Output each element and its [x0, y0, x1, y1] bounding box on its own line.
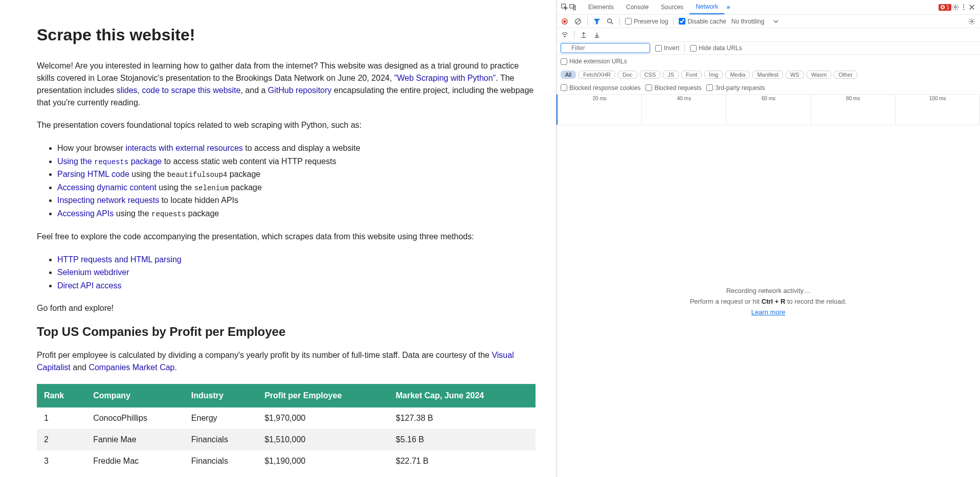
link-http[interactable]: HTTP requests and HTML parsing: [57, 255, 182, 264]
filter-input[interactable]: [561, 43, 650, 53]
th-company: Company: [86, 384, 184, 407]
list-item: HTTP requests and HTML parsing: [57, 253, 536, 266]
profit-intro: Profit per employee is calculated by div…: [37, 349, 536, 374]
webpage-content: Scrape this website! Welcome! Are you in…: [0, 0, 556, 477]
devtools-panel: Elements Console Sources Network » 1 Pre…: [556, 0, 980, 477]
table-cell: Financials: [184, 429, 257, 450]
tab-console[interactable]: Console: [620, 1, 655, 14]
tab-elements[interactable]: Elements: [582, 1, 620, 14]
timeline-tick: 20 ms: [556, 95, 642, 125]
network-toolbar-2: [556, 28, 980, 41]
type-filter-font[interactable]: Font: [681, 71, 702, 79]
timeline-tick: 80 ms: [811, 95, 896, 125]
list-item: Accessing APIs using the requests packag…: [57, 207, 536, 220]
link-apis[interactable]: Accessing APIs: [57, 209, 114, 218]
network-settings-icon[interactable]: [968, 17, 976, 26]
filter-input-wrap: [561, 43, 650, 53]
invert-checkbox[interactable]: Invert: [655, 44, 679, 52]
table-cell: $1,510,000: [257, 429, 389, 450]
devtools-tabs: Elements Console Sources Network » 1: [556, 0, 980, 15]
type-filter-other[interactable]: Other: [834, 71, 857, 79]
learn-more-link[interactable]: Learn more: [751, 308, 785, 316]
link-requests[interactable]: Using the requests package: [57, 157, 162, 166]
go-forth: Go forth and explore!: [37, 302, 536, 314]
hide-data-urls-checkbox[interactable]: Hide data URLs: [690, 44, 742, 52]
type-filter-wasm[interactable]: Wasm: [807, 71, 832, 79]
record-icon[interactable]: [561, 17, 569, 26]
link-slides[interactable]: slides: [117, 86, 138, 95]
intro-paragraph: Welcome! Are you interested in learning …: [37, 60, 536, 109]
type-filter-js[interactable]: JS: [663, 71, 679, 79]
table-cell: ConocoPhillips: [86, 407, 184, 429]
th-marketcap: Market Cap, June 2024: [389, 384, 536, 407]
svg-point-5: [963, 4, 964, 5]
type-filter-css[interactable]: CSS: [640, 71, 661, 79]
table-cell: $5.16 B: [389, 429, 536, 450]
th-rank: Rank: [37, 384, 86, 407]
disable-cache-checkbox[interactable]: Disable cache: [679, 18, 726, 25]
type-filter-manifest[interactable]: Manifest: [752, 71, 783, 79]
table-row: 1ConocoPhillipsEnergy$1,970,000$127.38 B: [37, 407, 536, 429]
table-cell: 1: [37, 407, 86, 429]
type-filter-img[interactable]: Img: [704, 71, 723, 79]
blocked-row: Blocked response cookies Blocked request…: [556, 81, 980, 95]
clear-icon[interactable]: [574, 17, 582, 26]
inspect-icon[interactable]: [561, 3, 569, 11]
link-cmc[interactable]: Companies Market Cap: [88, 363, 174, 372]
download-icon[interactable]: [593, 31, 601, 39]
link-parsing[interactable]: Parsing HTML code: [57, 170, 129, 178]
filter-toggle-icon[interactable]: [593, 17, 601, 26]
link-webscraping[interactable]: "Web Scraping with Python": [394, 74, 496, 82]
table-cell: $1,970,000: [257, 407, 389, 429]
type-filter-media[interactable]: Media: [725, 71, 750, 79]
list-item: Accessing dynamic content using the sele…: [57, 181, 536, 194]
section-title: Top US Companies by Profit per Employee: [37, 325, 536, 339]
more-tabs-icon[interactable]: »: [724, 3, 732, 11]
table-row: 3Freddie MacFinancials$1,190,000$22.71 B: [37, 450, 536, 472]
link-api[interactable]: Direct API access: [57, 281, 121, 290]
link-inspecting[interactable]: Inspecting network requests: [57, 196, 159, 205]
blocked-cookies-checkbox[interactable]: Blocked response cookies: [561, 84, 640, 92]
th-industry: Industry: [184, 384, 257, 407]
timeline-tick: 40 ms: [642, 95, 726, 125]
link-github[interactable]: GitHub repository: [268, 86, 332, 95]
blocked-requests-checkbox[interactable]: Blocked requests: [645, 84, 701, 92]
third-party-checkbox[interactable]: 3rd-party requests: [706, 84, 765, 92]
wifi-icon[interactable]: [561, 31, 569, 39]
hint-text: Perform a request or hit Ctrl + R to rec…: [690, 298, 847, 305]
preserve-log-checkbox[interactable]: Preserve log: [625, 18, 668, 25]
hide-ext-checkbox[interactable]: Hide extension URLs: [561, 58, 627, 65]
topics-intro: The presentation covers foundational top…: [37, 119, 536, 131]
svg-point-12: [971, 20, 973, 22]
link-dynamic[interactable]: Accessing dynamic content: [57, 183, 157, 192]
kebab-icon[interactable]: [960, 3, 968, 11]
table-cell: Energy: [184, 407, 257, 429]
methods-intro: Feel free to explore the code accompanyi…: [37, 231, 536, 243]
recording-text: Recording network activity…: [726, 287, 811, 294]
error-badge[interactable]: 1: [939, 4, 951, 11]
timeline[interactable]: 20 ms40 ms60 ms80 ms100 ms: [556, 95, 980, 125]
throttling-dropdown[interactable]: No throttling: [731, 18, 779, 25]
close-icon[interactable]: [968, 3, 976, 11]
link-interacts[interactable]: interacts with external resources: [125, 144, 242, 152]
svg-point-13: [564, 36, 565, 37]
upload-icon[interactable]: [580, 31, 588, 39]
type-filter-all[interactable]: All: [561, 71, 576, 79]
tab-network[interactable]: Network: [689, 0, 724, 14]
table-cell: $127.38 B: [389, 407, 536, 429]
type-filter-ws[interactable]: WS: [786, 71, 804, 79]
th-profit: Profit per Employee: [257, 384, 389, 407]
type-filter-doc[interactable]: Doc: [618, 71, 637, 79]
table-cell: 2: [37, 429, 86, 450]
link-code[interactable]: code to scrape this website: [142, 86, 240, 95]
gear-icon[interactable]: [951, 3, 960, 11]
table-cell: Financials: [184, 450, 257, 472]
tab-sources[interactable]: Sources: [655, 1, 689, 14]
list-item: Direct API access: [57, 279, 536, 292]
search-icon[interactable]: [606, 17, 614, 26]
link-selenium[interactable]: Selenium webdriver: [57, 268, 129, 277]
filter-row-2: Hide extension URLs: [556, 55, 980, 68]
device-icon[interactable]: [569, 3, 577, 11]
type-filter-fetchxhr[interactable]: Fetch/XHR: [578, 71, 615, 79]
svg-point-6: [963, 7, 964, 8]
